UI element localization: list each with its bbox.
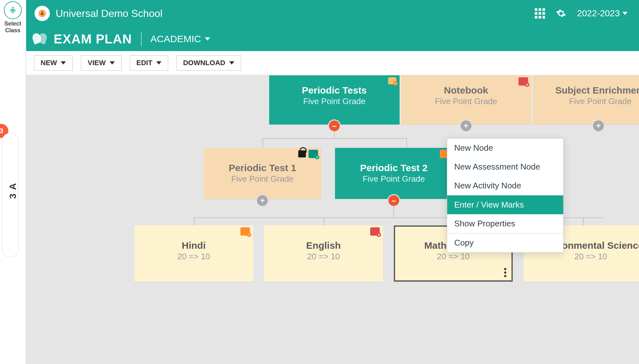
node-subtitle: Five Point Grade (401, 96, 531, 106)
node-subtitle: 20 => 10 (395, 252, 511, 262)
academic-label: ACADEMIC (151, 34, 201, 44)
node-title: Notebook (401, 85, 531, 96)
calendar-error-icon (518, 77, 528, 86)
connector-line (262, 138, 406, 139)
new-button[interactable]: NEW (34, 55, 73, 71)
year-dropdown[interactable]: 2022-2023 (574, 8, 630, 19)
calendar-warning-icon (240, 227, 250, 236)
gear-icon[interactable] (553, 6, 569, 21)
connector-line (334, 131, 335, 138)
connector-line (394, 206, 394, 217)
chevron-down-icon (110, 61, 115, 64)
connector-line (406, 138, 407, 148)
view-button[interactable]: VIEW (81, 55, 121, 71)
school-name: Universal Demo School (56, 8, 526, 19)
node-subtitle: Five Point Grade (335, 174, 453, 184)
node-periodic-test-2[interactable]: Periodic Test 2 Five Point Grade (335, 148, 453, 199)
ctx-copy[interactable]: Copy (447, 233, 563, 252)
page-title: EXAM PLAN (54, 32, 132, 46)
svg-point-2 (41, 12, 43, 15)
connector-line (194, 217, 194, 225)
year-label: 2022-2023 (577, 8, 620, 19)
node-title: English (264, 240, 383, 251)
collapse-node-button[interactable]: – (388, 195, 399, 206)
svg-point-0 (12, 10, 14, 12)
node-title: Periodic Test 1 (204, 163, 321, 173)
expand-node-button[interactable]: + (257, 195, 268, 206)
current-class-label: 3 A (7, 182, 18, 199)
node-title: Periodic Test 2 (335, 163, 453, 173)
node-english[interactable]: English 20 => 10 (264, 225, 383, 282)
node-subtitle: 20 => 10 (264, 252, 383, 262)
node-periodic-tests[interactable]: Periodic Tests Five Point Grade (269, 75, 400, 125)
expand-node-button[interactable]: + (461, 120, 471, 131)
connector-line (262, 138, 263, 148)
connector-line (583, 217, 584, 225)
ctx-new-assessment-node[interactable]: New Assessment Node (447, 157, 563, 176)
expand-node-button[interactable]: + (593, 120, 604, 131)
select-class-button[interactable]: Select Class (4, 1, 22, 34)
ctx-new-activity-node[interactable]: New Activity Node (447, 176, 563, 195)
node-notebook[interactable]: Notebook Five Point Grade (401, 75, 531, 125)
exam-plan-canvas[interactable]: Periodic Tests Five Point Grade Notebook… (26, 75, 639, 364)
node-subtitle: 20 => 10 (134, 252, 253, 262)
school-logo-icon (35, 6, 50, 21)
apps-grid-icon[interactable] (532, 6, 548, 21)
node-periodic-test-1[interactable]: Periodic Test 1 Five Point Grade (204, 148, 321, 199)
node-hindi[interactable]: Hindi 20 => 10 (134, 225, 253, 282)
download-button[interactable]: DOWNLOAD (176, 55, 241, 71)
ctx-show-properties[interactable]: Show Properties (447, 214, 563, 233)
ctx-new-node[interactable]: New Node (447, 139, 563, 157)
node-subtitle: Five Point Grade (533, 96, 639, 106)
ctx-enter-view-marks[interactable]: Enter / View Marks (447, 195, 563, 214)
chevron-down-icon (205, 37, 210, 41)
edit-button[interactable]: EDIT (130, 55, 168, 71)
academic-dropdown[interactable]: ACADEMIC (151, 34, 210, 44)
chevron-down-icon (156, 61, 161, 64)
chevron-down-icon (622, 12, 627, 15)
bee-icon (4, 1, 22, 19)
connector-line (323, 217, 324, 225)
context-menu: New Node New Assessment Node New Activit… (447, 138, 564, 253)
top-header: Universal Demo School 2022-2023 EXAM PLA… (26, 0, 639, 51)
chevron-down-icon (61, 61, 66, 64)
exam-plan-logo-icon (33, 32, 47, 46)
node-subtitle: Five Point Grade (269, 96, 400, 106)
divider (141, 32, 142, 46)
node-subject-enrichment[interactable]: Subject Enrichment Five Point Grade (533, 75, 639, 125)
kebab-menu-icon[interactable] (504, 268, 506, 277)
chevron-down-icon (229, 61, 234, 64)
node-title: Subject Enrichment (533, 85, 639, 96)
lock-icon (298, 150, 306, 157)
collapse-node-button[interactable]: – (329, 120, 340, 131)
calendar-error-icon (370, 227, 380, 236)
node-subtitle: 20 => 10 (524, 252, 639, 262)
toolbar: NEW VIEW EDIT DOWNLOAD (26, 51, 639, 75)
select-class-label: Select Class (4, 20, 21, 34)
left-rail: Select Class 3 3 A (0, 0, 26, 364)
comment-icon (388, 77, 396, 84)
node-title: Hindi (134, 240, 253, 251)
node-title: Periodic Tests (269, 85, 400, 96)
node-subtitle: Five Point Grade (204, 174, 321, 184)
calendar-ok-icon (308, 150, 318, 158)
